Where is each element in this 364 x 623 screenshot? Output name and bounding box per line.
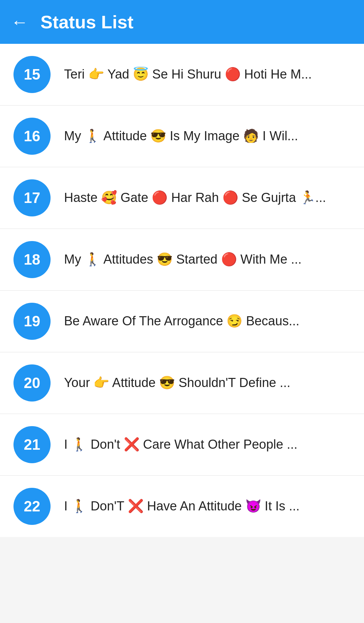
item-number-badge: 15	[13, 56, 51, 93]
back-button[interactable]: ←	[11, 13, 28, 31]
list-item[interactable]: 17Haste 🥰 Gate 🔴 Har Rah 🔴 Se Gujrta 🏃..…	[0, 167, 364, 229]
list-item[interactable]: 19Be Aware Of The Arrogance 😏 Becaus...	[0, 291, 364, 352]
item-number-badge: 18	[13, 241, 51, 278]
list-item[interactable]: 22I 🚶 Don'T ❌ Have An Attitude 😈 It Is .…	[0, 476, 364, 537]
status-list: 15Teri 👉 Yad 😇 Se Hi Shuru 🔴 Hoti He M..…	[0, 44, 364, 537]
app-header: ← Status List	[0, 0, 364, 44]
item-number-badge: 16	[13, 118, 51, 155]
item-number-badge: 20	[13, 364, 51, 402]
item-text: Be Aware Of The Arrogance 😏 Becaus...	[64, 313, 351, 329]
item-number-badge: 17	[13, 179, 51, 216]
list-item[interactable]: 18My 🚶 Attitudes 😎 Started 🔴 With Me ...	[0, 229, 364, 291]
item-text: Your 👉 Attitude 😎 Shouldn'T Define ...	[64, 375, 351, 391]
item-text: I 🚶 Don't ❌ Care What Other People ...	[64, 436, 351, 453]
item-text: Haste 🥰 Gate 🔴 Har Rah 🔴 Se Gujrta 🏃...	[64, 189, 351, 206]
item-text: Teri 👉 Yad 😇 Se Hi Shuru 🔴 Hoti He M...	[64, 66, 351, 83]
item-text: My 🚶 Attitudes 😎 Started 🔴 With Me ...	[64, 251, 351, 268]
page-title: Status List	[40, 11, 133, 32]
item-number-badge: 22	[13, 488, 51, 525]
list-item[interactable]: 21I 🚶 Don't ❌ Care What Other People ...	[0, 414, 364, 476]
item-text: My 🚶 Attitude 😎 Is My Image 🧑 I Wil...	[64, 128, 351, 144]
item-number-badge: 19	[13, 303, 51, 340]
item-number-badge: 21	[13, 426, 51, 463]
list-item[interactable]: 20Your 👉 Attitude 😎 Shouldn'T Define ...	[0, 352, 364, 414]
list-item[interactable]: 16My 🚶 Attitude 😎 Is My Image 🧑 I Wil...	[0, 106, 364, 167]
list-item[interactable]: 15Teri 👉 Yad 😇 Se Hi Shuru 🔴 Hoti He M..…	[0, 44, 364, 106]
item-text: I 🚶 Don'T ❌ Have An Attitude 😈 It Is ...	[64, 498, 351, 514]
